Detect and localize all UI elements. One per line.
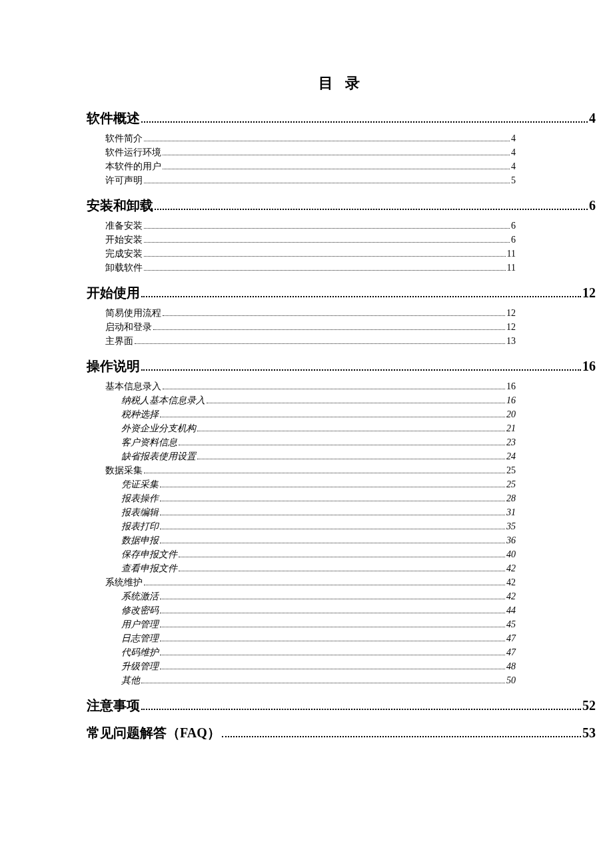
toc-subsection-page: 6 [511, 219, 516, 233]
toc-subsection-label: 完成安装 [105, 247, 143, 261]
toc-subsubsection[interactable]: 代码维护47 [105, 645, 516, 659]
toc-section-page: 6 [589, 198, 596, 213]
toc-subsubsection-page: 36 [506, 533, 516, 547]
toc-subsubsection[interactable]: 缺省报表使用设置24 [105, 449, 516, 463]
toc-subsubsection[interactable]: 报表打印35 [105, 519, 516, 533]
dot-leader [179, 445, 505, 445]
toc-subsection[interactable]: 卸载软件11 [105, 261, 516, 275]
toc-subsection[interactable]: 启动和登录12 [105, 320, 516, 334]
toc-subsection[interactable]: 基本信息录入16 [105, 379, 516, 393]
dot-leader [197, 431, 505, 431]
toc: 软件概述4软件简介4软件运行环境4本软件的用户4许可声明5安装和卸载6准备安装6… [87, 109, 596, 742]
toc-subsubsection-page: 20 [506, 407, 516, 421]
toc-subsubsection-label: 报表操作 [121, 491, 159, 505]
toc-subsubsection-page: 21 [506, 421, 516, 435]
toc-subsubsection-page: 44 [506, 603, 516, 617]
toc-section[interactable]: 软件概述4 [87, 109, 596, 127]
toc-subsection-page: 12 [506, 320, 516, 334]
dot-leader [141, 369, 581, 371]
toc-subsection-page: 42 [506, 575, 516, 589]
dot-leader [141, 709, 581, 710]
dot-leader [144, 228, 510, 229]
toc-subsubsection-label: 凭证采集 [121, 477, 159, 491]
dot-leader [222, 736, 581, 737]
toc-subsection-label: 本软件的用户 [105, 159, 161, 173]
toc-subsection-page: 4 [511, 131, 516, 145]
toc-subsection-label: 基本信息录入 [105, 379, 161, 393]
toc-subsubsection[interactable]: 日志管理47 [105, 631, 516, 645]
dot-leader [160, 669, 505, 669]
toc-section-page: 52 [582, 698, 596, 713]
toc-subsubsection[interactable]: 用户管理45 [105, 617, 516, 631]
dot-leader [160, 501, 505, 501]
toc-subsubsection-label: 代码维护 [121, 645, 159, 659]
dot-leader [160, 627, 505, 627]
toc-subsection[interactable]: 软件运行环境4 [105, 145, 516, 159]
toc-subsubsection-label: 查看申报文件 [121, 561, 177, 575]
toc-subsection[interactable]: 系统维护42 [105, 575, 516, 589]
toc-subsection-page: 13 [506, 334, 516, 348]
toc-subsubsection-page: 47 [506, 631, 516, 645]
dot-leader [160, 655, 505, 655]
dot-leader [160, 599, 505, 599]
toc-subsubsection-label: 外资企业分支机构 [121, 421, 196, 435]
toc-subsection[interactable]: 数据采集25 [105, 463, 516, 477]
dot-leader [163, 169, 510, 169]
toc-subsection-page: 12 [506, 306, 516, 320]
toc-subsection[interactable]: 许可声明5 [105, 173, 516, 187]
dot-leader [163, 315, 505, 316]
dot-leader [141, 683, 505, 683]
toc-section[interactable]: 操作说明16 [87, 357, 596, 375]
dot-leader [141, 121, 588, 123]
toc-section-label: 操作说明 [87, 357, 140, 375]
toc-subsection-label: 数据采集 [105, 463, 143, 477]
dot-leader [160, 641, 505, 641]
toc-subsubsection[interactable]: 客户资料信息23 [105, 435, 516, 449]
toc-subsection[interactable]: 简易使用流程12 [105, 306, 516, 320]
toc-subsection-page: 4 [511, 145, 516, 159]
toc-subsubsection-page: 42 [506, 589, 516, 603]
toc-subsubsection[interactable]: 凭证采集25 [105, 477, 516, 491]
toc-subsubsection-page: 45 [506, 617, 516, 631]
toc-subsubsection[interactable]: 保存申报文件40 [105, 547, 516, 561]
toc-subsubsection-label: 报表编辑 [121, 505, 159, 519]
toc-section[interactable]: 安装和卸载6 [87, 197, 596, 215]
toc-subsubsection[interactable]: 修改密码44 [105, 603, 516, 617]
toc-subsubsection[interactable]: 查看申报文件42 [105, 561, 516, 575]
toc-subsubsection-label: 修改密码 [121, 603, 159, 617]
toc-subsubsection[interactable]: 外资企业分支机构21 [105, 421, 516, 435]
dot-leader [144, 183, 510, 183]
toc-subsubsection[interactable]: 升级管理48 [105, 659, 516, 673]
dot-leader [179, 557, 505, 557]
toc-subsubsection[interactable]: 税种选择20 [105, 407, 516, 421]
dot-leader [144, 473, 505, 473]
toc-subsubsection-page: 23 [506, 435, 516, 449]
toc-section[interactable]: 常见问题解答（FAQ）53 [87, 724, 596, 742]
toc-subsection-label: 主界面 [105, 334, 133, 348]
dot-leader [160, 543, 505, 543]
toc-subsection[interactable]: 开始安装6 [105, 233, 516, 247]
dot-leader [179, 571, 505, 571]
toc-subsection-label: 开始安装 [105, 233, 143, 247]
toc-subsubsection-label: 其他 [121, 673, 140, 687]
toc-section[interactable]: 注意事项52 [87, 697, 596, 715]
toc-subsubsection[interactable]: 纳税人基本信息录入16 [105, 393, 516, 407]
toc-subsubsection[interactable]: 其他50 [105, 673, 516, 687]
toc-subsubsection[interactable]: 系统激活42 [105, 589, 516, 603]
toc-subsection[interactable]: 准备安装6 [105, 219, 516, 233]
toc-subsection[interactable]: 主界面13 [105, 334, 516, 348]
toc-subsubsection[interactable]: 数据申报36 [105, 533, 516, 547]
toc-section-label: 软件概述 [87, 109, 140, 127]
toc-subsection[interactable]: 完成安装11 [105, 247, 516, 261]
dot-leader [160, 417, 505, 417]
toc-subsection[interactable]: 本软件的用户4 [105, 159, 516, 173]
toc-section[interactable]: 开始使用12 [87, 284, 596, 302]
toc-section-page: 12 [582, 285, 596, 301]
toc-subsubsection-label: 税种选择 [121, 407, 159, 421]
toc-subsubsection-page: 28 [506, 491, 516, 505]
toc-subsubsection[interactable]: 报表操作28 [105, 491, 516, 505]
dot-leader [160, 487, 505, 487]
toc-subsection[interactable]: 软件简介4 [105, 131, 516, 145]
toc-subsubsection[interactable]: 报表编辑31 [105, 505, 516, 519]
toc-section-label: 开始使用 [87, 284, 140, 302]
